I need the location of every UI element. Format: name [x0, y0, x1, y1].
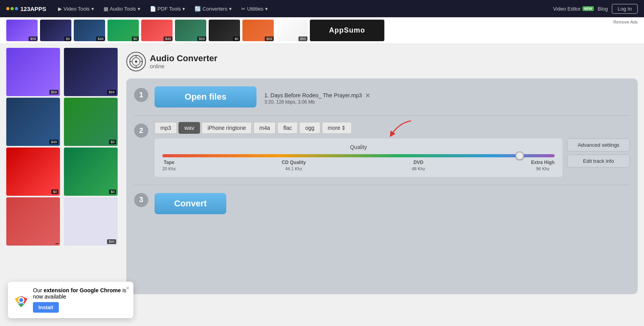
- file-name: 1. Days Before Rodeo_ The Prayer.mp3: [264, 92, 362, 98]
- format-with-side: mp3 wav iPhone ringtone m4a flac ogg mor…: [155, 122, 630, 177]
- toast-close-button[interactable]: ×: [126, 285, 129, 292]
- ad-thumb-guy[interactable]: $69: [242, 20, 274, 41]
- branding: Audio Converter online: [126, 48, 638, 75]
- step-divider-2: [134, 185, 630, 185]
- step-2-row: 2 mp3 wav iPhone ringtone m4a flac ogg: [134, 122, 630, 177]
- step-2-content: mp3 wav iPhone ringtone m4a flac ogg mor…: [155, 122, 630, 177]
- ad-thumb-vmaker[interactable]: $59: [6, 20, 38, 41]
- ad-thumb-new[interactable]: $59: [175, 20, 206, 41]
- video-editor-link[interactable]: Video Editor NEW: [553, 6, 594, 12]
- edit-track-info-button[interactable]: Edit track info: [567, 155, 630, 168]
- brand-area: Audio Converter online: [126, 52, 638, 71]
- sidebar-ad-5[interactable]: $0: [64, 148, 118, 196]
- nav-utilities[interactable]: ✂ Utilities ▾: [237, 4, 272, 13]
- sidebar-ad-1[interactable]: $69: [64, 48, 118, 96]
- sidebar-ad-6[interactable]: [6, 197, 60, 246]
- chrome-toast-text-area: Our extension for Google Chrome is now a…: [33, 287, 127, 313]
- chevron-icon: ▾: [265, 6, 268, 12]
- blog-link[interactable]: Blog: [598, 6, 608, 12]
- format-tab-m4a[interactable]: m4a: [253, 122, 276, 134]
- format-tab-more[interactable]: more ⇕: [322, 122, 352, 134]
- step-3-content: Convert: [155, 191, 630, 214]
- sidebar-ad-7[interactable]: $99: [64, 197, 118, 246]
- step-1-number: 1: [134, 88, 148, 102]
- brand-icon: [126, 52, 146, 71]
- step-1-row: 1 Open files 1. Days Before Rodeo_ The P…: [134, 86, 630, 107]
- audio-icon: ▦: [104, 6, 108, 12]
- svg-point-2: [135, 60, 137, 63]
- logo[interactable]: 123APPS: [6, 5, 46, 12]
- pdf-icon: 📄: [150, 6, 156, 12]
- ad-thumb-flux[interactable]: $9: [40, 20, 71, 41]
- logo-text: 123APPS: [20, 5, 46, 12]
- step-1-content: Open files 1. Days Before Rodeo_ The Pra…: [155, 86, 630, 107]
- file-close-button[interactable]: ✕: [365, 92, 370, 99]
- sidebar-ad-0[interactable]: $59: [6, 48, 60, 96]
- audio-converter-icon: [129, 55, 143, 68]
- nav-right: Video Editor NEW Blog Log In: [553, 4, 638, 14]
- file-info-row: 1. Days Before Rodeo_ The Prayer.mp3 ✕: [264, 92, 370, 99]
- ad-thumb-peoplebox[interactable]: $99: [276, 20, 307, 41]
- format-tab-iphone[interactable]: iPhone ringtone: [202, 122, 252, 134]
- format-tab-ogg[interactable]: ogg: [299, 122, 320, 134]
- sidebar-ads: $59 $69 $49 $9 $0 $0 $99: [6, 48, 120, 322]
- nav-video-tools[interactable]: ▶ Video Tools ▾: [54, 4, 98, 13]
- sidebar-ad-3[interactable]: $9: [64, 98, 118, 146]
- quality-marker-cd: CD Quality 44.1 Khz: [282, 160, 306, 171]
- ad-thumb-pietra[interactable]: $49: [141, 20, 173, 41]
- ad-banner-inner: $59 $9 $49 $0 $49 $59 $0 $69 $99 AppSumo: [6, 20, 610, 41]
- format-tab-wav[interactable]: wav: [178, 122, 200, 134]
- logo-dot-yellow: [6, 7, 9, 10]
- login-button[interactable]: Log In: [612, 4, 638, 14]
- step-2-number: 2: [134, 124, 148, 138]
- format-tab-mp3[interactable]: mp3: [155, 122, 177, 134]
- ad-thumb-alice[interactable]: $49: [74, 20, 105, 41]
- remove-ads-link[interactable]: Remove Ads: [613, 20, 638, 24]
- appsumo-ad[interactable]: AppSumo: [310, 20, 384, 41]
- quality-marker-tape: Tape 20 Khz: [162, 160, 176, 171]
- chevron-icon: ▾: [91, 6, 94, 12]
- sidebar-ad-4[interactable]: $0: [6, 148, 60, 196]
- center-column: Audio Converter online 1 Open files 1. D…: [126, 48, 638, 322]
- quality-label: Quality: [162, 144, 555, 150]
- ad-banner: $59 $9 $49 $0 $49 $59 $0 $69 $99 AppSumo…: [0, 17, 644, 44]
- quality-slider[interactable]: [162, 154, 555, 157]
- chevron-icon: ▾: [182, 6, 185, 12]
- step-3-number: 3: [134, 193, 148, 207]
- format-tabs: mp3 wav iPhone ringtone m4a flac ogg mor…: [155, 122, 562, 134]
- converters-icon: 🔄: [195, 6, 201, 12]
- quality-marker-extrahigh: Extra High 96 Khz: [531, 160, 555, 171]
- sidebar-ad-2[interactable]: $49: [6, 98, 60, 146]
- chrome-logo-icon: [14, 293, 28, 307]
- sidebar-grid: $59 $69 $49 $9 $0 $0 $99: [6, 48, 120, 246]
- brand-text-area: Audio Converter online: [150, 54, 217, 69]
- file-info: 1. Days Before Rodeo_ The Prayer.mp3 ✕ 3…: [264, 89, 370, 105]
- format-right: Advanced settings Edit track info: [567, 122, 630, 177]
- quality-markers: Tape 20 Khz CD Quality 44.1 Khz DVD: [162, 160, 555, 171]
- appsumo-text: AppSumo: [329, 26, 365, 35]
- ad-thumb-dark[interactable]: $0: [209, 20, 240, 41]
- advanced-settings-button[interactable]: Advanced settings: [567, 138, 630, 151]
- open-files-button[interactable]: Open files: [155, 86, 257, 107]
- video-icon: ▶: [58, 6, 62, 12]
- quality-slider-row: [162, 154, 555, 157]
- logo-dots: [6, 7, 18, 10]
- chevron-icon: ▾: [229, 6, 232, 12]
- chevron-icon: ▾: [138, 6, 140, 12]
- utilities-icon: ✂: [241, 6, 246, 12]
- logo-dot-green: [11, 7, 14, 10]
- logo-dot-blue: [15, 7, 18, 10]
- step-divider-1: [134, 115, 630, 116]
- converter-box: 1 Open files 1. Days Before Rodeo_ The P…: [126, 78, 638, 294]
- step-3-row: 3 Convert: [134, 191, 630, 214]
- nav-pdf-tools[interactable]: 📄 PDF Tools ▾: [146, 4, 189, 13]
- nav-audio-tools[interactable]: ▦ Audio Tools ▾: [100, 4, 144, 13]
- brand-subtitle: online: [150, 63, 217, 69]
- install-extension-button[interactable]: Install: [33, 302, 59, 313]
- format-tab-flac[interactable]: flac: [277, 122, 298, 134]
- chrome-extension-toast: Our extension for Google Chrome is now a…: [8, 282, 133, 318]
- nav-converters[interactable]: 🔄 Converters ▾: [191, 4, 236, 13]
- quality-marker-dvd: DVD 48 Khz: [412, 160, 425, 171]
- ad-thumb-gsheets[interactable]: $0: [107, 20, 139, 41]
- convert-button[interactable]: Convert: [155, 193, 226, 214]
